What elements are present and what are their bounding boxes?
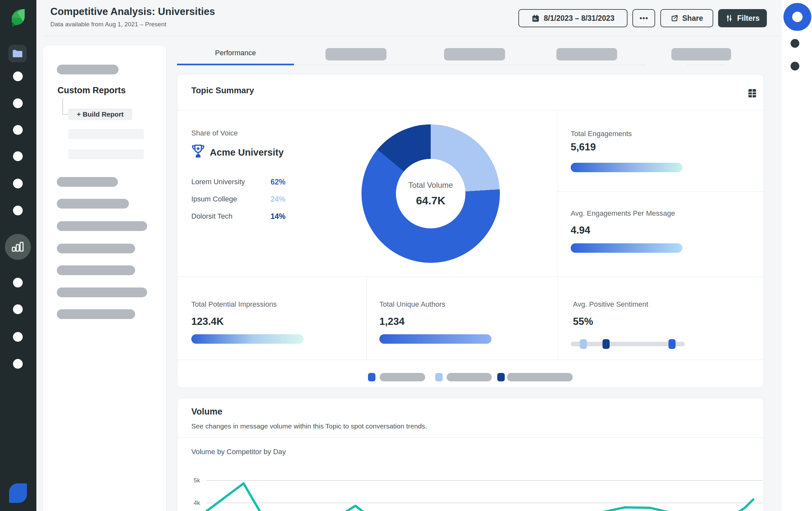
legend-swatch[interactable] — [368, 373, 375, 381]
nav-placeholder — [57, 265, 135, 275]
report-list-item-placeholder[interactable] — [68, 149, 144, 159]
nav-placeholder — [57, 199, 129, 208]
impressions-label: Total Potential Impressions — [191, 300, 277, 309]
total-engagements-value: 5,619 — [571, 141, 596, 153]
sentiment-marker — [603, 339, 610, 349]
share-icon — [671, 14, 678, 22]
sov-competitor-value: 62% — [262, 178, 286, 187]
cell-divider — [558, 277, 558, 360]
date-range-button[interactable]: 8/1/2023 – 8/31/2023 — [518, 9, 628, 27]
page-title: Competitive Analysis: Universities — [50, 6, 215, 18]
donut-center-value: 64.7K — [416, 194, 446, 207]
tree-connector-vertical — [62, 98, 63, 115]
topic-summary-title: Topic Summary — [191, 85, 254, 95]
legend-label-placeholder[interactable] — [446, 373, 492, 381]
nav-placeholder — [57, 177, 118, 187]
nav-placeholder — [57, 309, 135, 319]
authors-value: 1,234 — [379, 316, 405, 328]
folder-icon — [12, 49, 23, 58]
topic-summary-card: Topic Summary Share of Voice Acme Univer… — [177, 74, 764, 388]
sentiment-label: Avg. Positive Sentiment — [573, 300, 648, 309]
volume-title: Volume — [191, 407, 223, 417]
card-divider — [177, 360, 763, 360]
sprout-logo-icon — [8, 6, 27, 28]
cell-divider — [177, 277, 763, 277]
legend-swatch[interactable] — [497, 373, 505, 381]
share-of-voice-label: Share of Voice — [191, 129, 238, 137]
calendar-icon — [531, 14, 540, 22]
cell-divider — [366, 277, 367, 360]
page-subtitle: Data available from Aug 1, 2021 – Presen… — [50, 21, 166, 28]
sentiment-marker — [668, 339, 675, 349]
sidebar-item-placeholder[interactable] — [13, 125, 23, 135]
ellipsis-icon — [640, 17, 648, 20]
sov-competitor-value: 24% — [262, 195, 286, 204]
nav-placeholder — [57, 287, 147, 297]
bar-chart-icon — [12, 242, 24, 252]
filters-button[interactable]: Filters — [718, 9, 767, 27]
right-stepper-rail — [781, 0, 812, 511]
legend-label-placeholder[interactable] — [507, 373, 573, 381]
sidebar-item-listening-active[interactable] — [5, 234, 31, 260]
donut-center-label: Total Volume — [408, 180, 453, 190]
sentiment-value: 55% — [573, 316, 593, 328]
sidebar-item-folders[interactable] — [8, 45, 27, 62]
tab-placeholder[interactable] — [444, 48, 505, 60]
authors-label: Total Unique Authors — [379, 300, 445, 309]
sentiment-slider-track — [571, 342, 685, 346]
stepper-dot[interactable] — [790, 39, 799, 48]
tree-connector-horizontal — [62, 114, 68, 115]
tab-baseline-fragment — [687, 65, 724, 65]
authors-bar — [379, 334, 491, 344]
sov-competitor-name: Ipsum College — [191, 195, 237, 204]
trophy-icon — [190, 143, 206, 159]
date-range-label: 8/1/2023 – 8/31/2023 — [544, 14, 614, 23]
panel-header-placeholder — [57, 65, 119, 75]
tab-active-underline — [177, 64, 294, 65]
stepper-dot[interactable] — [790, 62, 799, 70]
tab-performance[interactable]: Performance — [177, 49, 294, 57]
ytick-5k: 5k — [184, 477, 200, 484]
sidebar-item-placeholder[interactable] — [13, 206, 23, 216]
custom-reports-panel: Custom Reports + Build Report — [42, 45, 167, 511]
cell-divider — [557, 191, 763, 192]
nav-placeholder — [57, 244, 135, 253]
avatar[interactable] — [9, 483, 27, 503]
ytick-4k: 4k — [184, 499, 200, 507]
share-button[interactable]: Share — [660, 9, 713, 27]
filters-label: Filters — [737, 14, 759, 23]
table-view-icon[interactable] — [748, 89, 756, 98]
sidebar-item-placeholder[interactable] — [13, 179, 23, 189]
sidebar-item-placeholder[interactable] — [13, 72, 23, 81]
sidebar-item-placeholder[interactable] — [13, 151, 23, 161]
sidebar-item-placeholder[interactable] — [13, 98, 23, 108]
donut-center: Total Volume 64.7K — [396, 159, 465, 228]
volume-line-chart — [206, 473, 763, 511]
sidebar-item-placeholder[interactable] — [13, 359, 23, 369]
total-engagements-bar — [571, 163, 683, 172]
stepper-current-dot[interactable] — [783, 3, 811, 31]
legend-label-placeholder[interactable] — [380, 373, 425, 381]
cell-divider — [557, 110, 557, 277]
tab-baseline — [294, 65, 646, 65]
more-options-button[interactable] — [632, 9, 655, 27]
tab-placeholder[interactable] — [325, 48, 386, 60]
legend-swatch[interactable] — [435, 373, 443, 381]
sidebar-item-placeholder[interactable] — [13, 332, 23, 342]
sidebar-item-placeholder[interactable] — [13, 278, 23, 287]
report-list-item-placeholder[interactable] — [68, 129, 144, 139]
card-divider — [177, 437, 763, 437]
filters-icon — [725, 14, 733, 22]
sov-competitor-name: Lorem University — [191, 178, 245, 187]
avg-engagements-bar — [571, 243, 683, 253]
header-divider — [42, 36, 781, 36]
custom-reports-heading: Custom Reports — [57, 85, 126, 95]
sov-row: Lorem University 62% — [191, 178, 286, 187]
impressions-value: 123.4K — [191, 316, 224, 328]
sidebar-item-placeholder[interactable] — [13, 304, 23, 314]
tab-placeholder[interactable] — [671, 48, 731, 60]
build-report-button[interactable]: + Build Report — [68, 109, 132, 120]
tab-placeholder[interactable] — [556, 48, 617, 60]
app-window: Competitive Analysis: Universities Data … — [0, 0, 812, 511]
sov-row: Ipsum College 24% — [191, 195, 286, 204]
